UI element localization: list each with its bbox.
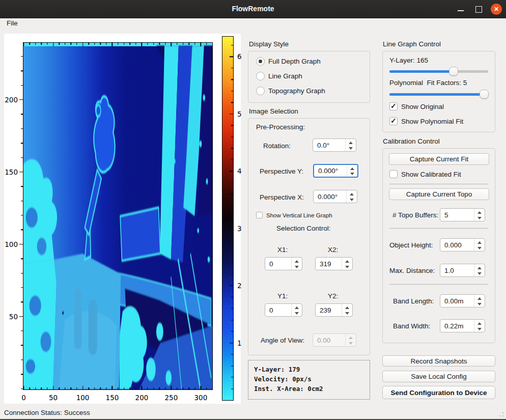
x1-label: X1: (277, 246, 288, 254)
radio-full-depth-graph[interactable]: Full Depth Graph (256, 57, 321, 66)
rotation-spin-down-icon[interactable] (346, 145, 356, 151)
radio-line-graph[interactable]: Line Graph (256, 72, 302, 80)
capture-current-fit-button[interactable]: Capture Current Fit (389, 153, 489, 165)
perspective-y-spin-up-icon[interactable] (347, 165, 357, 171)
tick-mark (112, 43, 113, 46)
max-distance-input[interactable] (440, 264, 474, 276)
band-width-spin-up-icon[interactable] (474, 320, 485, 326)
x1-input[interactable] (265, 258, 291, 270)
object-height-input[interactable] (440, 239, 474, 251)
save-local-config-button[interactable]: Save Local Config (382, 371, 495, 382)
record-snapshots-button[interactable]: Record Snapshots (382, 355, 495, 367)
show-calibrated-fit-checkbox[interactable]: Show Calibrated Fit (389, 170, 461, 178)
tick-mark (130, 387, 130, 389)
x1-spin-down-icon[interactable] (292, 264, 302, 270)
titlebar[interactable]: FlowRemote ✕ (0, 0, 506, 18)
perspective-x-spin-down-icon[interactable] (347, 197, 357, 203)
menu-file[interactable]: File (7, 19, 18, 27)
poly-fit-slider[interactable] (389, 90, 488, 99)
x2-spin-down-icon[interactable] (342, 264, 352, 270)
y2-input[interactable] (316, 304, 342, 316)
divider (389, 184, 488, 184)
rotation-spin-up-icon[interactable] (346, 139, 356, 145)
y1-input[interactable] (265, 304, 291, 316)
tick-mark (231, 377, 233, 377)
tick-mark (201, 386, 201, 389)
send-configuration-button[interactable]: Send Configuration to Device (382, 386, 495, 399)
band-width-input[interactable] (440, 320, 474, 332)
x1-spinbox[interactable] (265, 257, 302, 270)
y1-spin-down-icon[interactable] (292, 310, 302, 316)
y1-spin-up-icon[interactable] (292, 304, 302, 310)
tick-mark (47, 387, 47, 389)
y-layer-slider-handle[interactable] (449, 67, 458, 76)
y1-spinbox[interactable] (265, 303, 302, 317)
x-tick-label: 250 (165, 394, 178, 402)
band-length-input[interactable] (440, 295, 474, 307)
plot-area[interactable]: 05010015020025030050100150200 (23, 42, 213, 390)
band-length-spin-down-icon[interactable] (474, 301, 485, 307)
tick-mark (201, 43, 201, 46)
object-height-spin-down-icon[interactable] (474, 245, 485, 251)
tick-mark (35, 43, 36, 45)
slider-track[interactable] (389, 93, 488, 96)
tick-mark (189, 387, 189, 389)
checkbox-indicator (389, 102, 398, 110)
perspective-x-spinbox[interactable] (313, 190, 357, 203)
show-original-checkbox[interactable]: Show Original (389, 102, 444, 110)
poly-fit-slider-label: Polynomial Fit Factors: 5 (389, 79, 467, 87)
band-length-spinbox[interactable] (440, 294, 485, 307)
tick-mark (65, 43, 65, 45)
x2-input[interactable] (316, 258, 342, 270)
max-distance-spinbox[interactable] (440, 264, 485, 277)
colorbar-tick-label: 5 (237, 110, 242, 118)
perspective-y-spinbox[interactable] (313, 164, 358, 178)
slider-track[interactable] (389, 70, 488, 73)
max-distance-spin-down-icon[interactable] (474, 270, 485, 276)
capture-current-topo-button[interactable]: Capture Current Topo (389, 188, 489, 200)
topo-buffers-spinbox[interactable] (440, 208, 485, 221)
y-layer-slider[interactable] (389, 67, 488, 76)
x2-spinbox[interactable] (315, 257, 353, 270)
tick-mark (21, 302, 23, 302)
x1-spin-up-icon[interactable] (292, 258, 302, 264)
max-distance-spin-up-icon[interactable] (474, 264, 485, 270)
tick-mark (53, 43, 53, 46)
y2-spin-down-icon[interactable] (342, 310, 352, 316)
perspective-y-spin-down-icon[interactable] (347, 171, 357, 177)
tick-mark (147, 387, 148, 389)
x2-spin-up-icon[interactable] (342, 258, 352, 264)
x-tick-label: 200 (135, 394, 149, 402)
figure-canvas: 05010015020025030050100150200 123456 (4, 34, 241, 404)
object-height-spin-up-icon[interactable] (474, 239, 485, 245)
tick-mark (71, 43, 71, 45)
topo-buffers-input[interactable] (440, 209, 474, 221)
band-width-spinbox[interactable] (440, 319, 485, 332)
object-height-spinbox[interactable] (440, 238, 485, 251)
rotation-input[interactable] (313, 139, 345, 151)
show-polynomial-fit-checkbox[interactable]: Show Polynomial Fit (389, 117, 463, 125)
close-button[interactable]: ✕ (491, 4, 502, 15)
perspective-y-input[interactable] (314, 165, 347, 177)
radio-topography-graph[interactable]: Topography Graph (256, 87, 325, 95)
y2-spinbox[interactable] (315, 303, 353, 317)
tick-mark (230, 171, 233, 172)
divider (389, 284, 488, 285)
perspective-x-spin-up-icon[interactable] (347, 190, 357, 197)
tick-mark (130, 43, 130, 45)
checkbox-indicator (389, 117, 398, 125)
topo-buffers-spin-up-icon[interactable] (474, 209, 485, 215)
maximize-button[interactable] (473, 4, 484, 15)
poly-fit-slider-handle[interactable] (480, 90, 489, 99)
band-length-spin-up-icon[interactable] (474, 295, 485, 301)
topo-buffers-spin-down-icon[interactable] (474, 215, 485, 221)
rotation-spinbox[interactable] (313, 138, 356, 152)
preprocessing-label: Pre-Processing: (256, 123, 305, 131)
perspective-x-input[interactable] (314, 190, 346, 203)
show-vertical-line-graph-checkbox[interactable]: Show Vertical Line Graph (256, 212, 332, 218)
band-width-spin-down-icon[interactable] (474, 326, 485, 332)
minimize-button[interactable] (455, 4, 466, 15)
resize-grip-icon[interactable] (499, 412, 504, 417)
tick-mark (206, 43, 207, 45)
y2-spin-up-icon[interactable] (342, 304, 352, 310)
